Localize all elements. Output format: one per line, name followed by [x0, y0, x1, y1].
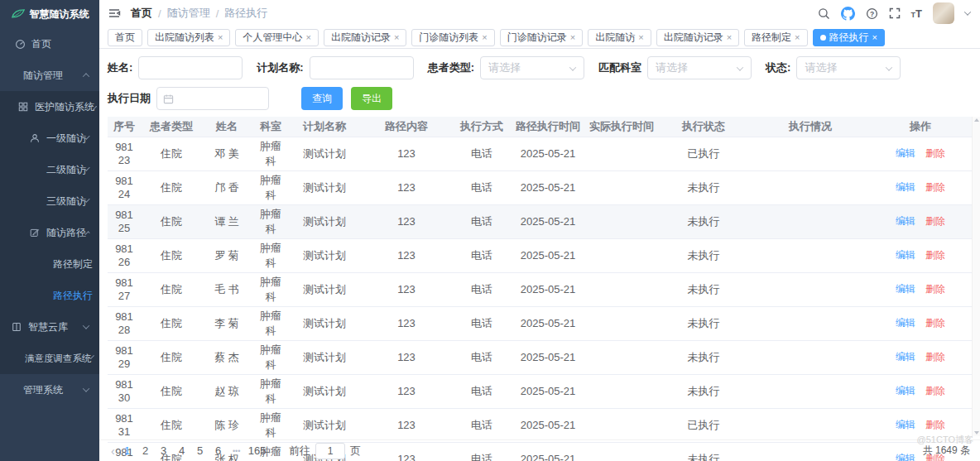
delete-link[interactable]: 删除: [925, 249, 945, 261]
close-icon[interactable]: ×: [795, 33, 800, 42]
tab-门诊随访记录[interactable]: 门诊随访记录×: [500, 29, 583, 46]
edit-link[interactable]: 编辑: [896, 283, 915, 295]
exec-status-cell: 未执行: [656, 272, 752, 306]
close-icon[interactable]: ×: [394, 33, 399, 42]
delete-link[interactable]: 删除: [925, 215, 945, 227]
close-icon[interactable]: ×: [638, 33, 643, 42]
github-icon[interactable]: [841, 7, 855, 21]
user-avatar[interactable]: [933, 2, 954, 24]
page-number[interactable]: 1: [118, 444, 137, 457]
plan-name-input[interactable]: [310, 56, 414, 79]
edit-link[interactable]: 编辑: [896, 147, 915, 159]
close-icon[interactable]: ×: [872, 33, 877, 42]
edit-link[interactable]: 编辑: [896, 419, 915, 430]
patient-type-select[interactable]: 请选择: [480, 56, 584, 79]
delete-link[interactable]: 删除: [925, 283, 945, 295]
breadcrumb-item[interactable]: 首页: [131, 6, 152, 21]
delete-link[interactable]: 删除: [925, 419, 945, 430]
page-number[interactable]: 5: [191, 444, 209, 457]
scroll-up-icon[interactable]: [974, 118, 979, 122]
edit-link[interactable]: 编辑: [896, 249, 915, 261]
navbar-actions: ?TT: [818, 2, 970, 24]
edit-link[interactable]: 编辑: [896, 317, 915, 329]
page-number[interactable]: 165: [246, 444, 269, 457]
edit-link[interactable]: 编辑: [896, 351, 915, 363]
page-number[interactable]: 6: [209, 444, 228, 457]
question-icon[interactable]: ?: [866, 7, 878, 20]
actual-exec-time-cell: [586, 374, 656, 408]
expand-icon[interactable]: [889, 7, 901, 19]
delete-link[interactable]: 删除: [925, 351, 945, 363]
table-row[interactable]: 98125住院谭 兰肿瘤科测试计划123电话2025-05-21未执行编辑删除: [108, 204, 972, 238]
table-row[interactable]: 98130住院赵 琼肿瘤科测试计划123电话2025-05-21未执行编辑删除: [108, 374, 972, 408]
close-icon[interactable]: ×: [218, 33, 223, 42]
close-icon[interactable]: ×: [727, 33, 732, 42]
table-row[interactable]: 98123住院邓 美肿瘤科测试计划123电话2025-05-21已执行编辑删除: [108, 137, 972, 170]
sidebar-item-label: 路径执行: [53, 289, 93, 303]
tab-门诊随访列表[interactable]: 门诊随访列表×: [411, 29, 494, 46]
tab-路径执行[interactable]: 路径执行×: [813, 29, 885, 46]
tab-出院随访[interactable]: 出院随访×: [588, 29, 651, 46]
query-button[interactable]: 查询: [301, 87, 343, 110]
delete-link[interactable]: 删除: [925, 181, 945, 193]
exec-date-input[interactable]: [156, 87, 269, 110]
name-input[interactable]: [138, 56, 243, 79]
tab-路径制定[interactable]: 路径制定×: [744, 29, 807, 46]
filter-department: 匹配科室 请选择: [598, 56, 752, 79]
delete-link[interactable]: 删除: [925, 385, 945, 396]
tab-出院随访记录[interactable]: 出院随访记录×: [324, 29, 406, 46]
edit-link[interactable]: 编辑: [896, 181, 915, 193]
edit-link[interactable]: 编辑: [896, 215, 915, 227]
sidebar-item-path-execute[interactable]: 路径执行: [0, 280, 99, 311]
close-icon[interactable]: ×: [570, 33, 575, 42]
close-icon[interactable]: ×: [482, 33, 487, 42]
vertical-scrollbar[interactable]: [972, 117, 980, 436]
status-label: 状态:: [766, 60, 790, 75]
sidebar-item-smart-cloud[interactable]: 智慧云库: [0, 311, 99, 343]
path-content-cell: 123: [359, 170, 454, 204]
sidebar-item-level2-follow[interactable]: 二级随访: [0, 154, 99, 185]
avatar-dropdown-icon[interactable]: [964, 8, 971, 15]
sidebar-item-home[interactable]: 首页: [0, 28, 99, 60]
table-row[interactable]: 98129住院蔡 杰肿瘤科测试计划123电话2025-05-21未执行编辑删除: [108, 340, 972, 374]
export-button[interactable]: 导出: [351, 87, 392, 110]
fontsize-icon[interactable]: TT: [911, 7, 922, 20]
table-row[interactable]: 98128住院李 菊肿瘤科测试计划123电话2025-05-21未执行编辑删除: [108, 306, 972, 340]
edit-link[interactable]: 编辑: [896, 385, 915, 396]
path-exec-time-cell: 2025-05-21: [510, 238, 586, 272]
page-number[interactable]: 3: [155, 444, 173, 457]
tab-label: 门诊随访列表: [419, 31, 478, 45]
department-select[interactable]: 请选择: [647, 56, 752, 79]
tab-出院随访列表[interactable]: 出院随访列表×: [147, 29, 230, 46]
sidebar-collapse-icon[interactable]: [108, 7, 121, 19]
page-number[interactable]: 4: [173, 444, 191, 457]
goto-page-input[interactable]: [315, 443, 345, 459]
table-row[interactable]: 98124住院邝 香肿瘤科测试计划123电话2025-05-21未执行编辑删除: [108, 170, 972, 204]
sidebar-item-path-design[interactable]: 路径制定: [0, 248, 99, 280]
tab-出院随访记录[interactable]: 出院随访记录×: [656, 29, 739, 46]
next-page-button[interactable]: ›: [268, 444, 279, 458]
delete-link[interactable]: 删除: [925, 317, 945, 329]
page-number[interactable]: 2: [137, 444, 155, 457]
search-icon[interactable]: [818, 7, 830, 20]
sidebar-item-level1-follow[interactable]: 一级随访: [0, 122, 99, 154]
close-icon[interactable]: ×: [305, 33, 310, 42]
table-row[interactable]: 98126住院罗 菊肿瘤科测试计划123电话2025-05-21未执行编辑删除: [108, 238, 972, 272]
sidebar-item-follow-management[interactable]: 随访管理: [0, 60, 99, 91]
prev-page-button[interactable]: ‹: [108, 444, 118, 458]
plan-name-cell: 测试计划: [290, 340, 359, 374]
tab-首页[interactable]: 首页: [108, 29, 142, 46]
tab-个人管理中心[interactable]: 个人管理中心×: [235, 29, 318, 46]
scroll-down-icon[interactable]: [974, 431, 979, 435]
sidebar-item-follow-path[interactable]: 随访路径: [0, 217, 99, 248]
status-select[interactable]: 请选择: [796, 56, 901, 79]
sidebar-item-management-system[interactable]: 管理系统: [0, 374, 99, 406]
table-row[interactable]: 98127住院毛 书肿瘤科测试计划123电话2025-05-21未执行编辑删除: [108, 272, 972, 306]
sidebar-item-satisfaction-survey[interactable]: 满意度调查系统: [0, 343, 99, 374]
delete-link[interactable]: 删除: [925, 147, 945, 159]
sidebar-item-level3-follow[interactable]: 三级随访: [0, 185, 99, 217]
sidebar-item-medical-follow-sys[interactable]: 医护随访系统: [0, 91, 99, 122]
path-exec-time-cell: 2025-05-21: [510, 306, 586, 340]
row-actions: 编辑删除: [869, 137, 972, 170]
table-row[interactable]: 98131住院陈 珍肿瘤科测试计划123电话2025-05-21已执行编辑删除: [108, 408, 972, 442]
